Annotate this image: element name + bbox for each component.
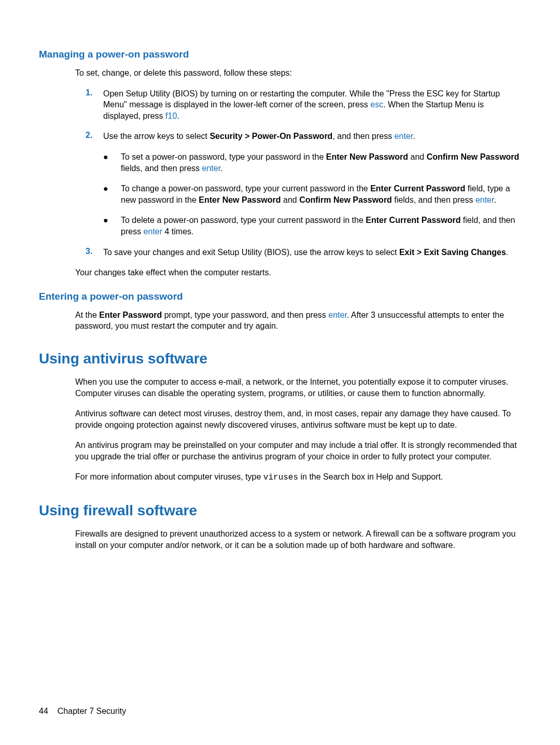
text: fields, and then press [392,195,475,204]
step-content: Open Setup Utility (BIOS) by turning on … [103,88,521,122]
bullet-icon: ● [103,215,121,237]
field-name: Enter Current Password [370,184,465,193]
list-item: 2. Use the arrow keys to select Security… [86,131,521,142]
paragraph: For more information about computer viru… [75,471,521,484]
text: To set a power-on password, type your pa… [121,152,326,161]
heading-antivirus: Using antivirus software [39,350,521,367]
heading-entering-poweron: Entering a power-on password [39,291,521,302]
paragraph: An antivirus program may be preinstalled… [75,440,521,462]
step-number: 2. [86,131,103,142]
key-enter: enter [395,132,413,140]
field-name: Enter Current Password [366,216,460,224]
heading-firewall: Using firewall software [39,502,521,519]
list-item: ● To set a power-on password, type your … [103,151,521,174]
text: prompt, type your password, and then pre… [162,311,328,319]
menu-path: Security > Power-On Password [209,132,332,140]
text: 4 times. [162,227,193,236]
document-page: Managing a power-on password To set, cha… [0,0,560,551]
text: . [220,164,222,173]
bullet-icon: ● [103,183,121,205]
outro-text: Your changes take effect when the comput… [75,267,521,278]
paragraph: Antivirus software can detect most virus… [75,408,521,430]
text: To save your changes and exit Setup Util… [103,248,399,257]
menu-path: Exit > Exit Saving Changes [399,248,506,257]
field-name: Confirm New Password [427,152,520,161]
paragraph: When you use the computer to access e-ma… [75,376,521,399]
text: , and then press [332,132,394,140]
page-footer: 44Chapter 7 Security [39,707,126,716]
code-text: viruses [263,473,298,482]
field-name: Enter New Password [199,195,281,204]
bullet-icon: ● [103,151,121,174]
text: and [408,152,427,161]
text: and [281,195,300,204]
text: To change a power-on password, type your… [121,184,370,193]
text: . [494,195,496,204]
page-number: 44 [39,707,48,715]
key-enter: enter [202,164,221,173]
chapter-label: Chapter 7 Security [58,707,127,715]
key-enter: enter [328,311,347,319]
bullet-list: ● To set a power-on password, type your … [103,151,521,237]
key-enter: enter [475,195,494,204]
step-number: 1. [86,88,103,122]
text: fields, and then press [121,164,202,173]
intro-text: To set, change, or delete this password,… [75,67,521,79]
field-name: Enter New Password [326,152,408,161]
prompt-name: Enter Password [99,311,162,319]
list-item: 3. To save your changes and exit Setup U… [86,247,521,258]
heading-managing-poweron: Managing a power-on password [39,49,521,60]
ordered-list-continued: 3. To save your changes and exit Setup U… [86,247,521,258]
text: Use the arrow keys to select [103,132,209,140]
text: . [506,248,508,257]
bullet-content: To change a power-on password, type your… [121,183,521,205]
key-esc: esc [370,100,383,109]
text: . [177,111,179,120]
bullet-content: To delete a power-on password, type your… [121,215,521,237]
text: For more information about computer viru… [75,472,263,481]
step-content: Use the arrow keys to select Security > … [103,131,521,142]
key-enter: enter [144,227,162,236]
step-content: To save your changes and exit Setup Util… [103,247,521,258]
list-item: 1. Open Setup Utility (BIOS) by turning … [86,88,521,122]
text: in the Search box in Help and Support. [298,472,443,481]
step-number: 3. [86,247,103,258]
paragraph: At the Enter Password prompt, type your … [75,310,521,332]
ordered-list: 1. Open Setup Utility (BIOS) by turning … [86,88,521,142]
text: At the [75,311,99,319]
paragraph: Firewalls are designed to prevent unauth… [75,528,521,551]
key-f10: f10 [165,111,177,120]
text: To delete a power-on password, type your… [121,216,366,224]
bullet-content: To set a power-on password, type your pa… [121,151,521,174]
field-name: Confirm New Password [299,195,392,204]
list-item: ● To delete a power-on password, type yo… [103,215,521,237]
text: . [413,132,415,140]
list-item: ● To change a power-on password, type yo… [103,183,521,205]
